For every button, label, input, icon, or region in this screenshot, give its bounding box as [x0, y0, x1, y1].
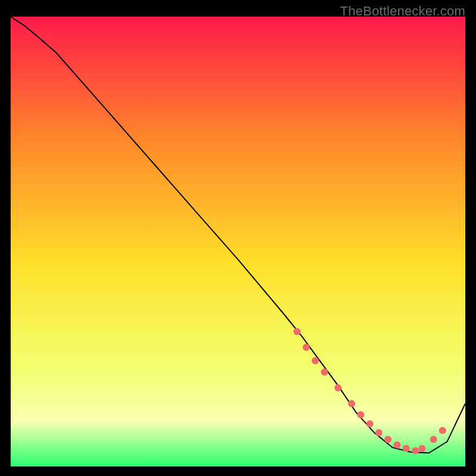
marker-dot	[348, 400, 355, 407]
marker-dot	[439, 427, 446, 434]
marker-dot	[403, 445, 410, 452]
chart-plot-area	[11, 17, 465, 466]
marker-dot	[293, 328, 300, 335]
marker-dot	[418, 445, 425, 452]
marker-dot	[367, 420, 374, 427]
marker-dot	[430, 436, 437, 443]
chart-svg	[11, 17, 465, 466]
marker-dot	[334, 384, 342, 392]
gradient-background	[11, 17, 465, 466]
marker-dot	[312, 357, 319, 364]
marker-dot	[393, 441, 400, 449]
marker-dot	[321, 368, 328, 375]
marker-dot	[384, 436, 392, 443]
marker-dot	[375, 429, 383, 436]
marker-dot	[412, 447, 419, 455]
marker-dot	[357, 411, 364, 418]
watermark-text: TheBottlenecker.com	[340, 4, 465, 19]
marker-dot	[303, 344, 310, 351]
